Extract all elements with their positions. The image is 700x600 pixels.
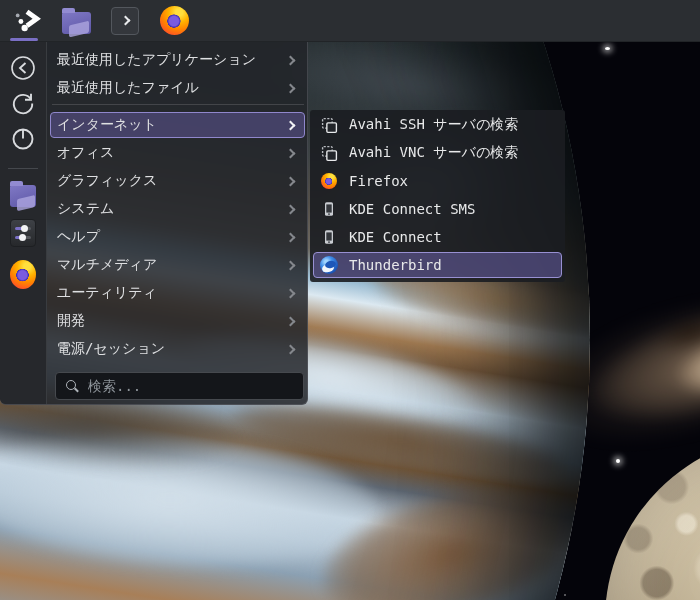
menu-item-graphics[interactable]: グラフィックス bbox=[47, 167, 307, 195]
firefox-icon bbox=[10, 260, 36, 289]
menu-item-multimedia[interactable]: マルチメディア bbox=[47, 251, 307, 279]
menu-category-list: 最近使用したアプリケーション 最近使用したファイル インターネット オフィス グ… bbox=[47, 42, 307, 363]
bright-star bbox=[605, 47, 610, 50]
file-manager-button[interactable] bbox=[61, 6, 91, 36]
chevron-right-icon bbox=[286, 316, 296, 326]
menu-sidebar bbox=[0, 42, 47, 404]
chevron-right-icon bbox=[286, 288, 296, 298]
go-back-icon bbox=[10, 55, 36, 81]
app-launcher-button[interactable] bbox=[12, 6, 42, 36]
search-box[interactable] bbox=[55, 372, 304, 400]
sidebar-settings-button[interactable] bbox=[10, 220, 36, 246]
menu-item-system[interactable]: システム bbox=[47, 195, 307, 223]
menu-divider bbox=[52, 104, 304, 105]
chevron-right-icon bbox=[286, 260, 296, 270]
menu-item-power-session[interactable]: 電源/セッション bbox=[47, 335, 307, 363]
submenu-item-avahi-ssh[interactable]: Avahi SSH サーバの検索 bbox=[310, 111, 565, 139]
submenu-item-kdeconnect[interactable]: KDE Connect bbox=[310, 223, 565, 251]
chevron-right-icon bbox=[286, 148, 296, 158]
kdeconnect-phone-icon bbox=[320, 200, 338, 218]
firefox-button[interactable] bbox=[159, 6, 189, 36]
sidebar-firefox-button[interactable] bbox=[10, 261, 36, 287]
chevron-right-icon bbox=[286, 176, 296, 186]
restart-icon bbox=[10, 90, 36, 116]
menu-item-development[interactable]: 開発 bbox=[47, 307, 307, 335]
file-manager-icon bbox=[10, 185, 36, 207]
go-back-button[interactable] bbox=[10, 55, 36, 81]
settings-sliders-icon bbox=[10, 219, 36, 247]
shutdown-button[interactable] bbox=[10, 125, 36, 151]
chevron-right-icon bbox=[286, 204, 296, 214]
chevron-right-icon bbox=[286, 83, 296, 93]
menu-item-office[interactable]: オフィス bbox=[47, 139, 307, 167]
chevron-right-icon bbox=[286, 120, 296, 130]
menu-item-recent-apps[interactable]: 最近使用したアプリケーション bbox=[47, 46, 307, 74]
terminal-icon bbox=[111, 7, 139, 35]
internet-submenu: Avahi SSH サーバの検索 Avahi VNC サーバの検索 Firefo… bbox=[310, 110, 565, 282]
taskbar bbox=[0, 0, 700, 42]
avahi-icon bbox=[320, 116, 338, 134]
file-manager-icon bbox=[62, 12, 91, 34]
chevron-right-icon bbox=[286, 232, 296, 242]
firefox-icon bbox=[320, 172, 338, 190]
sidebar-divider bbox=[8, 168, 38, 169]
menu-item-utilities[interactable]: ユーティリティ bbox=[47, 279, 307, 307]
menu-item-internet[interactable]: インターネット bbox=[47, 111, 307, 139]
app-launcher-icon bbox=[13, 7, 41, 35]
shutdown-icon bbox=[10, 125, 36, 151]
kdeconnect-phone-icon bbox=[320, 228, 338, 246]
avahi-icon bbox=[320, 144, 338, 162]
submenu-item-avahi-vnc[interactable]: Avahi VNC サーバの検索 bbox=[310, 139, 565, 167]
application-menu: 最近使用したアプリケーション 最近使用したファイル インターネット オフィス グ… bbox=[0, 42, 308, 405]
desktop: 最近使用したアプリケーション 最近使用したファイル インターネット オフィス グ… bbox=[0, 0, 700, 600]
submenu-item-firefox[interactable]: Firefox bbox=[310, 167, 565, 195]
submenu-item-thunderbird[interactable]: Thunderbird bbox=[310, 251, 565, 279]
chevron-right-icon bbox=[286, 55, 296, 65]
menu-item-help[interactable]: ヘルプ bbox=[47, 223, 307, 251]
active-task-underline bbox=[10, 38, 38, 41]
chevron-right-icon bbox=[286, 344, 296, 354]
thunderbird-icon bbox=[320, 256, 338, 274]
firefox-icon bbox=[160, 6, 189, 35]
search-icon bbox=[66, 380, 79, 393]
submenu-item-kdeconnect-sms[interactable]: KDE Connect SMS bbox=[310, 195, 565, 223]
bright-star bbox=[616, 459, 620, 463]
search-input[interactable] bbox=[88, 378, 293, 394]
terminal-button[interactable] bbox=[110, 6, 140, 36]
menu-item-recent-files[interactable]: 最近使用したファイル bbox=[47, 74, 307, 102]
restart-button[interactable] bbox=[10, 90, 36, 116]
sidebar-file-manager-button[interactable] bbox=[10, 181, 36, 207]
